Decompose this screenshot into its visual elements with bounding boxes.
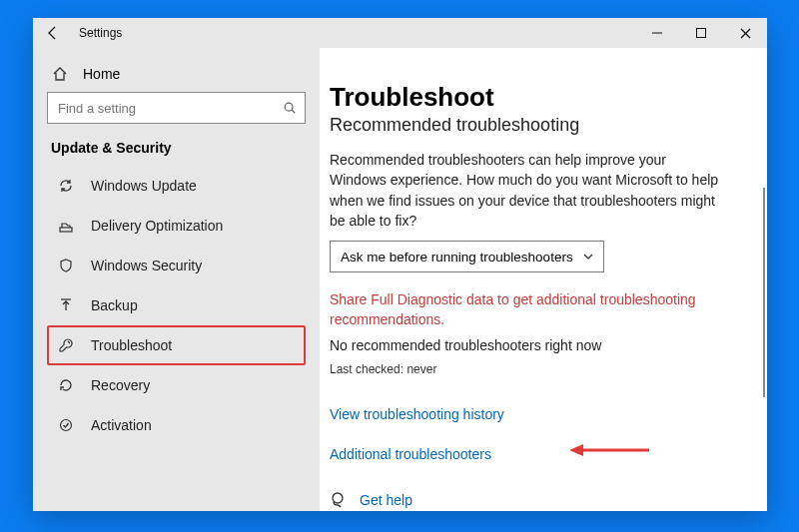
backup-icon: [57, 297, 75, 313]
recovery-icon: [57, 377, 75, 393]
nav-item-windows-update[interactable]: Windows Update: [47, 166, 306, 206]
nav-item-recovery[interactable]: Recovery: [47, 365, 306, 405]
view-history-link[interactable]: View troubleshooting history: [330, 406, 745, 422]
page-heading: Troubleshoot: [330, 82, 745, 113]
nav-label: Delivery Optimization: [91, 218, 223, 234]
svg-marker-10: [569, 444, 583, 456]
minimize-button[interactable]: [635, 18, 679, 48]
last-checked-text: Last checked: never: [330, 362, 745, 376]
section-heading: Update & Security: [47, 136, 306, 166]
nav-item-troubleshoot[interactable]: Troubleshoot: [47, 325, 306, 365]
wrench-icon: [57, 337, 75, 353]
svg-point-4: [285, 103, 293, 111]
diagnostic-notice: Share Full Diagnostic data to get additi…: [330, 290, 719, 329]
activation-icon: [57, 417, 75, 433]
search-icon: [283, 101, 297, 115]
home-link[interactable]: Home: [47, 60, 306, 92]
home-icon: [51, 66, 69, 82]
titlebar: Settings: [33, 18, 767, 48]
nav-item-backup[interactable]: Backup: [47, 285, 306, 325]
window-controls: [635, 18, 767, 48]
shield-icon: [57, 258, 75, 273]
page-subheading: Recommended troubleshooting: [330, 115, 745, 136]
delivery-icon: [57, 218, 75, 234]
window-title: Settings: [79, 26, 122, 40]
nav-item-delivery-optimization[interactable]: Delivery Optimization: [47, 206, 306, 246]
get-help-link[interactable]: Get help: [330, 491, 745, 509]
close-button[interactable]: [723, 18, 767, 48]
home-label: Home: [83, 66, 120, 82]
svg-rect-1: [697, 29, 706, 38]
back-button[interactable]: [45, 25, 73, 41]
sidebar: Home Update & Security Windows Update: [33, 48, 320, 511]
search-input[interactable]: [56, 100, 283, 117]
nav-label: Windows Security: [91, 258, 202, 273]
dropdown-value: Ask me before running troubleshooters: [341, 250, 573, 265]
settings-window: Settings Home: [33, 18, 767, 511]
svg-point-11: [333, 493, 343, 503]
nav-item-activation[interactable]: Activation: [47, 405, 306, 445]
maximize-button[interactable]: [679, 18, 723, 48]
nav-label: Recovery: [91, 377, 150, 393]
no-recommendations-text: No recommended troubleshooters right now: [330, 335, 719, 355]
sync-icon: [57, 178, 75, 194]
search-box[interactable]: [47, 92, 306, 124]
nav-item-windows-security[interactable]: Windows Security: [47, 246, 306, 285]
nav-label: Troubleshoot: [91, 337, 172, 353]
svg-line-5: [292, 110, 295, 113]
troubleshooter-preference-dropdown[interactable]: Ask me before running troubleshooters: [330, 241, 604, 272]
nav-label: Windows Update: [91, 178, 197, 194]
svg-point-8: [61, 420, 72, 431]
nav-label: Activation: [91, 417, 152, 433]
svg-rect-6: [60, 228, 72, 232]
additional-troubleshooters-link[interactable]: Additional troubleshooters: [330, 446, 491, 462]
get-help-icon: [330, 491, 348, 509]
window-body: Home Update & Security Windows Update: [33, 48, 767, 511]
description-text: Recommended troubleshooters can help imp…: [330, 150, 719, 231]
get-help-label: Get help: [360, 492, 412, 508]
content-pane: Troubleshoot Recommended troubleshooting…: [320, 48, 767, 511]
nav-label: Backup: [91, 297, 138, 313]
arrow-annotation: [569, 442, 649, 458]
chevron-down-icon: [583, 252, 593, 262]
nav-list: Windows Update Delivery Optimization Win…: [47, 166, 306, 445]
scrollbar[interactable]: [763, 188, 765, 397]
